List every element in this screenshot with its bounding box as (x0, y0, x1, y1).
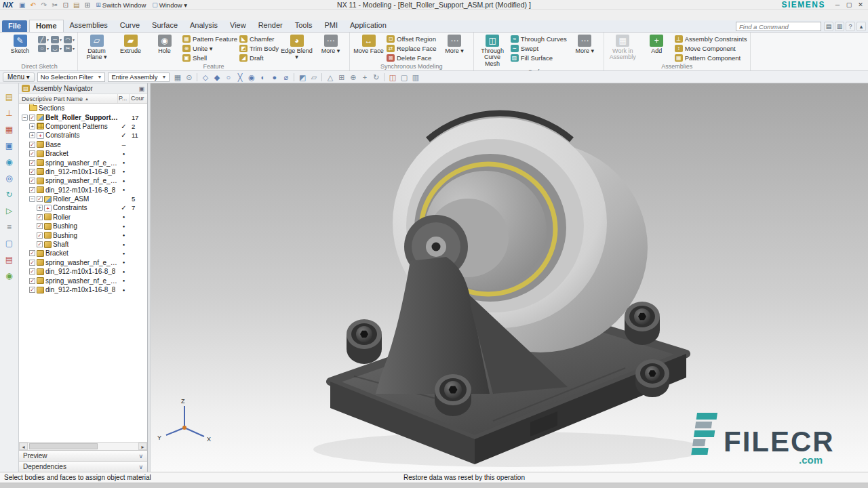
ribbon-button-offset-region[interactable]: ⊡Offset Region (387, 35, 437, 43)
tree-row-din-912-m10x1-16-8-8[interactable]: ✓din_912-m10x1-16-8_8● (19, 186, 147, 195)
ribbon-button-datum-plane[interactable]: ▱Datum Plane ▾ (81, 33, 113, 62)
visibility-checkbox[interactable]: ✓ (29, 160, 35, 166)
pan-button[interactable]: + (359, 73, 370, 82)
visibility-checkbox[interactable]: ✓ (37, 214, 43, 220)
tree-row-bracket[interactable]: ✓Bracket● (19, 149, 147, 158)
tree-row-roller[interactable]: ✓Roller● (19, 213, 147, 222)
roles-icon[interactable]: ◉ (3, 270, 15, 281)
ribbon-button-sketch[interactable]: ✎Sketch (4, 33, 36, 56)
manage-icon[interactable]: ≡ (3, 222, 15, 232)
orient-view-button[interactable]: △ (325, 73, 335, 82)
visibility-checkbox[interactable]: ✓ (29, 278, 35, 284)
tree-row-din-912-m10x1-16-8-8[interactable]: ✓din_912-m10x1-16-8_8● (19, 267, 147, 276)
sketch-tool-circle[interactable]: ○▾ (38, 45, 49, 52)
tree-row-shaft[interactable]: ✓Shaft● (19, 240, 147, 249)
tree-row-constraints[interactable]: ++Constraints✓11 (19, 131, 147, 140)
selection-filter-dropdown[interactable]: No Selection Filter▼ (37, 73, 106, 82)
menu-button[interactable]: Menu ▾ (3, 73, 35, 82)
ribbon-button-assembly-constraints[interactable]: ⊥Assembly Constraints (675, 35, 747, 43)
sketch-tool-line[interactable]: ─▾ (51, 36, 62, 43)
visibility-checkbox[interactable]: ✓ (37, 232, 43, 239)
window-menu-button[interactable]: ▢Window ▾ (150, 1, 189, 9)
tree-expander-icon[interactable]: + (37, 205, 43, 211)
zoom-button[interactable]: ⊕ (348, 73, 358, 82)
ribbon-button-shell[interactable]: ▣Shell (182, 54, 237, 62)
minimize-ribbon-icon[interactable]: ▴ (856, 22, 866, 31)
tree-expander-icon[interactable]: − (22, 115, 28, 121)
ribbon-button-work-in-assembly[interactable]: ▦Work in Assembly (607, 33, 639, 62)
ribbon-button-pattern-feature[interactable]: ▦Pattern Feature (182, 35, 237, 43)
ribbon-button-move-component[interactable]: ↕Move Component (675, 44, 747, 53)
find-command-input[interactable] (736, 22, 821, 31)
ribbon-button-hole[interactable]: ◉Hole (149, 33, 180, 56)
tree-row-roller-asm[interactable]: −✓Roller_ASM5 (19, 195, 147, 203)
process-studio-icon[interactable]: ▷ (3, 205, 15, 216)
tree-row-component-patterns[interactable]: +Component Patterns✓2 (19, 122, 147, 131)
paste-button[interactable]: ▤ (72, 1, 81, 9)
history-icon[interactable]: ↻ (3, 189, 15, 200)
ribbon-button-draft[interactable]: ◢Draft (239, 54, 279, 62)
ribbon-button-delete-face[interactable]: ⊠Delete Face (387, 54, 437, 62)
tab-view[interactable]: View (224, 20, 252, 32)
tree-expander-icon[interactable]: − (29, 196, 35, 202)
snap-point-button[interactable]: ⊙ (184, 73, 194, 82)
static-wireframe-button[interactable]: ▱ (309, 73, 319, 82)
visibility-checkbox[interactable]: ✓ (29, 178, 35, 184)
control-point-button[interactable]: ○ (223, 73, 233, 82)
ribbon-button-unite[interactable]: ⊕Unite ▾ (182, 44, 237, 53)
tree-row-base[interactable]: ✓Base– (19, 140, 147, 149)
redo-button[interactable]: ↷ (39, 1, 48, 9)
visibility-checkbox[interactable]: ✓ (29, 142, 35, 148)
rotate-view-button[interactable]: ↻ (371, 73, 381, 82)
visibility-checkbox[interactable]: ✓ (37, 241, 43, 247)
tree-row-sections[interactable]: Sections (19, 104, 147, 113)
preview-section-bar[interactable]: Preview ∨ (19, 450, 147, 461)
tree-row-bracket[interactable]: ✓Bracket● (19, 249, 147, 258)
tree-expander-icon[interactable]: + (29, 123, 35, 129)
column-position[interactable]: P... (118, 94, 130, 103)
scroll-right-icon[interactable]: ▸ (138, 443, 147, 450)
full-screen-button[interactable]: ▥ (410, 73, 420, 82)
visibility-checkbox[interactable]: ✓ (29, 268, 35, 274)
visibility-checkbox[interactable]: ✓ (29, 150, 35, 157)
tree-row-belt-roller-support-asm-or[interactable]: −✓Belt_Roller_Support_ASM (Or...17 (19, 113, 147, 121)
ribbon-button-pattern-component[interactable]: ▦Pattern Component (675, 54, 747, 62)
notes-icon[interactable]: ▤ (3, 254, 15, 265)
ribbon-button-more[interactable]: ⋯More ▾ (315, 33, 347, 56)
close-button[interactable]: ✕ (856, 1, 865, 8)
reuse-library-icon[interactable]: ▣ (3, 140, 15, 151)
maximize-button[interactable]: ▢ (844, 1, 854, 8)
ribbon-button-edge-blend[interactable]: ◕Edge Blend ▾ (281, 33, 313, 62)
command-list-icon[interactable]: ▤ (824, 22, 833, 31)
assembly-navigator-icon[interactable]: ▤ (3, 92, 15, 102)
visibility-checkbox[interactable]: ✓ (29, 169, 35, 175)
ribbon-button-move-face[interactable]: ↔Move Face (353, 33, 384, 56)
tree-row-spring-washer-nf-e-25-516[interactable]: ✓spring_washer_nf_e_25-516...● (19, 158, 147, 167)
part-navigator-icon[interactable]: ▦ (3, 124, 15, 135)
scrollbar-track[interactable] (28, 443, 138, 450)
edit-section-button[interactable]: ◫ (387, 73, 397, 82)
web-browser-icon[interactable]: ◎ (3, 173, 15, 184)
graphics-window[interactable]: Z X Y FILECR .com (151, 83, 868, 472)
tree-row-constraints[interactable]: ++Constraints✓7 (19, 203, 147, 212)
column-descriptive-part-name[interactable]: Descriptive Part Name▲ (19, 94, 118, 103)
arc-center-button[interactable]: ◉ (246, 73, 256, 82)
tree-row-spring-washer-nf-e-25-516[interactable]: ✓spring_washer_nf_e_25-516...● (19, 276, 147, 285)
column-count[interactable]: Cour (130, 94, 147, 103)
tree-row-bushing[interactable]: ✓Bushing● (19, 230, 147, 239)
undo-button[interactable]: ↶ (28, 1, 37, 9)
select-filter-button[interactable]: ▦ (172, 73, 182, 82)
ribbon-button-add[interactable]: +Add (641, 33, 673, 56)
cut-button[interactable]: ✂ (50, 1, 59, 9)
hd3d-tools-icon[interactable]: ◉ (3, 157, 15, 167)
visibility-checkbox[interactable]: ✓ (29, 287, 35, 293)
visibility-checkbox[interactable]: ✓ (37, 196, 43, 202)
mid-point-button[interactable]: ◆ (212, 73, 222, 82)
visibility-checkbox[interactable]: ✓ (29, 250, 35, 256)
user-interface-options-icon[interactable]: ▥ (835, 22, 844, 31)
touch-mode-icon[interactable]: ▢ (3, 238, 15, 249)
viewport-3d[interactable]: Z X Y FILECR .com (151, 83, 868, 472)
visibility-checkbox[interactable]: ✓ (29, 260, 35, 266)
visibility-checkbox[interactable]: ✓ (37, 223, 43, 229)
scrollbar-thumb[interactable] (29, 443, 98, 449)
